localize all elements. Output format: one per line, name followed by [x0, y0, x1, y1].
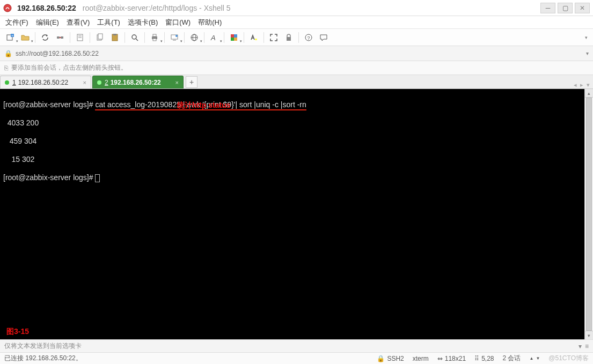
address-url: ssh://root@192.168.26.50:22: [16, 50, 99, 57]
compose-dropdown-icon[interactable]: ▾: [579, 343, 582, 350]
cursor-icon: ⠿: [474, 355, 479, 362]
status-sessions: 2 会话: [502, 354, 521, 363]
svg-text:+: +: [11, 34, 13, 37]
annotation-label: 统计http status: [177, 101, 231, 110]
svg-text:?: ?: [307, 35, 310, 41]
svg-point-20: [175, 35, 178, 37]
tab-2-label: 192.168.26.50:22: [111, 79, 161, 86]
svg-rect-13: [113, 34, 116, 35]
title-session: root@zabbix-server:/etc/httpd/logs - Xsh…: [83, 4, 540, 12]
new-session-button[interactable]: +▾: [3, 31, 17, 44]
scroll-up-button[interactable]: ▴: [585, 89, 593, 98]
app-icon: [3, 4, 12, 12]
encoding-button[interactable]: ▾: [187, 31, 201, 44]
status-connection: 已连接 192.168.26.50:22。: [4, 354, 82, 363]
menu-view[interactable]: 查看(V): [67, 18, 90, 27]
svg-rect-18: [153, 39, 156, 41]
prompt: [root@zabbix-server logs]#: [3, 100, 95, 109]
terminal[interactable]: [root@zabbix-server logs]# cat access_lo…: [0, 89, 584, 339]
svg-rect-11: [98, 34, 103, 39]
status-dot-icon: [5, 80, 9, 85]
lock-icon: 🔒: [4, 50, 12, 57]
print-button[interactable]: ▾: [148, 31, 162, 44]
svg-rect-28: [234, 38, 237, 41]
tab-scroll-right-icon[interactable]: ▸: [580, 81, 583, 88]
svg-rect-26: [234, 34, 237, 38]
tab-1-close-icon[interactable]: ×: [79, 79, 86, 86]
reconnect-button[interactable]: [38, 31, 52, 44]
figure-label: 图3-15: [6, 327, 29, 336]
color-scheme-button[interactable]: ▾: [227, 31, 241, 44]
lock-button[interactable]: [282, 31, 296, 44]
status-cursor: 5,28: [481, 355, 494, 362]
cursor: [95, 174, 100, 182]
tab-scroll-left-icon[interactable]: ◂: [574, 81, 577, 88]
title-host: 192.168.26.50:22: [17, 4, 76, 12]
properties-button[interactable]: [73, 31, 87, 44]
find-button[interactable]: [128, 31, 142, 44]
tab-1[interactable]: 1 192.168.26.50:22 ×: [0, 76, 91, 88]
menu-tabs[interactable]: 选项卡(B): [128, 18, 158, 27]
sessions-down-icon[interactable]: ▼: [536, 356, 540, 361]
scroll-thumb[interactable]: [586, 98, 592, 331]
scroll-down-button[interactable]: ▾: [585, 331, 593, 339]
output-line: 4033 200: [3, 118, 581, 128]
compose-menu-icon[interactable]: ≡: [585, 343, 589, 350]
status-term: xterm: [413, 355, 429, 362]
menu-help[interactable]: 帮助(H): [198, 18, 222, 27]
svg-point-0: [4, 4, 11, 12]
minimize-button[interactable]: ─: [540, 3, 555, 13]
svg-rect-4: [57, 36, 60, 39]
svg-line-15: [136, 39, 138, 41]
copy-button[interactable]: [93, 31, 107, 44]
sessions-up-icon[interactable]: ▲: [530, 356, 534, 361]
fullscreen-button[interactable]: [267, 31, 281, 44]
open-button[interactable]: ▾: [18, 31, 32, 44]
svg-rect-30: [287, 37, 291, 41]
toolbar: +▾ ▾ ▾ ▾ ▾ A▾ ▾ ? ▾: [0, 29, 593, 46]
close-button[interactable]: ✕: [575, 3, 590, 13]
address-dropdown-icon[interactable]: ▾: [586, 50, 589, 56]
status-dot-icon: [97, 80, 101, 85]
svg-rect-5: [61, 36, 63, 39]
menu-window[interactable]: 窗口(W): [165, 18, 191, 27]
address-bar[interactable]: 🔒 ssh://root@192.168.26.50:22 ▾: [0, 46, 593, 61]
tab-strip: 1 192.168.26.50:22 × 2 192.168.26.50:22 …: [0, 75, 593, 89]
toolbar-overflow-button[interactable]: ▾: [582, 31, 590, 44]
scroll-track[interactable]: [585, 98, 593, 331]
status-protocol: SSH2: [387, 355, 404, 362]
feedback-button[interactable]: [317, 31, 331, 44]
transfer-button[interactable]: ▾: [167, 31, 181, 44]
svg-rect-25: [231, 34, 234, 38]
paste-button[interactable]: [108, 31, 122, 44]
tab-1-label: 192.168.26.50:22: [18, 79, 68, 86]
tab-2-close-icon[interactable]: ×: [171, 79, 179, 86]
menu-edit[interactable]: 编辑(E): [36, 18, 59, 27]
prompt: [root@zabbix-server logs]#: [3, 173, 95, 182]
hint-arrow-icon[interactable]: ⎘: [4, 64, 8, 72]
compose-bar[interactable]: 仅将文本发送到当前选项卡 ▾ ≡: [0, 339, 593, 352]
svg-rect-29: [255, 39, 257, 40]
menu-bar: 文件(F) 编辑(E) 查看(V) 工具(T) 选项卡(B) 窗口(W) 帮助(…: [0, 16, 593, 29]
terminal-wrapper: [root@zabbix-server logs]# cat access_lo…: [0, 89, 593, 339]
hint-text: 要添加当前会话，点击左侧的箭头按钮。: [11, 63, 127, 72]
tab-1-number: 1: [12, 79, 16, 86]
maximize-button[interactable]: ▢: [558, 3, 573, 13]
new-tab-button[interactable]: +: [186, 76, 197, 88]
highlight-button[interactable]: [247, 31, 261, 44]
title-bar: 192.168.26.50:22 root@zabbix-server:/etc…: [0, 0, 593, 16]
help-button[interactable]: ?: [302, 31, 316, 44]
menu-file[interactable]: 文件(F): [5, 18, 28, 27]
disconnect-button[interactable]: [53, 31, 67, 44]
tab-2-number: 2: [105, 79, 108, 86]
svg-rect-17: [153, 34, 156, 36]
menu-tools[interactable]: 工具(T): [97, 18, 120, 27]
hint-bar: ⎘ 要添加当前会话，点击左侧的箭头按钮。: [0, 61, 593, 75]
tab-list-icon[interactable]: ▾: [587, 81, 590, 88]
font-button[interactable]: A▾: [207, 31, 221, 44]
status-size: 118x21: [445, 355, 466, 362]
watermark: @51CTO博客: [548, 354, 589, 363]
tab-2[interactable]: 2 192.168.26.50:22 ×: [92, 76, 184, 88]
output-line: 15 302: [3, 155, 581, 164]
scrollbar[interactable]: ▴ ▾: [584, 89, 593, 339]
